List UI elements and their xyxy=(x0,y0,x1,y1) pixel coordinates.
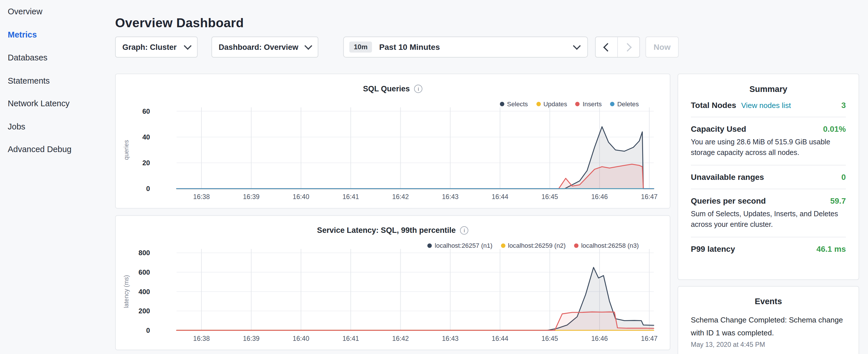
sidebar: Overview Metrics Databases Statements Ne… xyxy=(0,0,108,354)
svg-text:16:39: 16:39 xyxy=(243,193,260,200)
svg-text:16:46: 16:46 xyxy=(591,193,608,200)
sidebar-item-databases[interactable]: Databases xyxy=(0,46,108,69)
event-item: Schema Change Completed: Schema change w… xyxy=(691,314,846,349)
chevron-down-icon xyxy=(304,42,312,50)
chevron-down-icon xyxy=(573,42,581,50)
graph-scope-dropdown[interactable]: Graph: Cluster xyxy=(115,36,198,57)
service-latency-plot: 020040060080016:3816:3916:4016:4116:4216… xyxy=(116,216,670,349)
chevron-left-icon xyxy=(603,43,612,51)
chevron-right-icon xyxy=(623,43,632,51)
svg-text:16:41: 16:41 xyxy=(342,193,359,200)
summary-value: 3 xyxy=(841,101,846,110)
summary-description: You are using 28.6 MiB of 515.9 GiB usab… xyxy=(691,137,846,158)
svg-text:40: 40 xyxy=(143,133,150,141)
time-forward-button[interactable] xyxy=(618,37,639,57)
summary-row-queries-per-second: Queries per second 59.7 Sum of Selects, … xyxy=(691,189,846,237)
summary-label: Unavailable ranges xyxy=(691,173,764,182)
time-step-buttons xyxy=(595,36,640,57)
now-button[interactable]: Now xyxy=(645,36,679,57)
svg-text:16:42: 16:42 xyxy=(392,193,409,200)
summary-row-unavailable-ranges: Unavailable ranges 0 xyxy=(691,165,846,189)
svg-text:16:45: 16:45 xyxy=(541,193,558,200)
svg-text:16:39: 16:39 xyxy=(243,335,260,342)
svg-text:16:43: 16:43 xyxy=(442,193,459,200)
chevron-down-icon xyxy=(184,42,191,50)
summary-label: P99 latency xyxy=(691,245,735,254)
dashboard-dropdown[interactable]: Dashboard: Overview xyxy=(212,36,318,57)
svg-text:16:46: 16:46 xyxy=(591,335,608,342)
db-console-page: Overview Metrics Databases Statements Ne… xyxy=(0,0,868,354)
svg-text:16:47: 16:47 xyxy=(641,335,658,342)
summary-value: 0 xyxy=(841,173,846,182)
svg-text:800: 800 xyxy=(138,249,150,257)
summary-label: Total Nodes xyxy=(691,101,736,110)
summary-label: Capacity Used xyxy=(691,125,746,133)
svg-text:16:43: 16:43 xyxy=(442,335,459,342)
svg-text:600: 600 xyxy=(138,268,150,276)
summary-description: Sum of Selects, Updates, Inserts, and De… xyxy=(691,208,846,229)
summary-title: Summary xyxy=(691,74,846,94)
svg-text:400: 400 xyxy=(138,288,150,296)
svg-text:200: 200 xyxy=(138,307,150,315)
svg-text:16:38: 16:38 xyxy=(193,335,210,342)
event-timestamp: May 13, 2020 at 4:45 PM xyxy=(691,341,846,349)
svg-text:16:47: 16:47 xyxy=(641,193,658,200)
time-range-label: Past 10 Minutes xyxy=(379,43,440,52)
summary-value: 59.7 xyxy=(830,196,846,205)
events-title: Events xyxy=(691,287,846,306)
sidebar-item-statements[interactable]: Statements xyxy=(0,69,108,92)
svg-text:16:44: 16:44 xyxy=(492,193,508,200)
sidebar-item-network-latency[interactable]: Network Latency xyxy=(0,92,108,115)
sidebar-item-jobs[interactable]: Jobs xyxy=(0,115,108,138)
svg-text:16:40: 16:40 xyxy=(292,335,309,342)
svg-text:16:45: 16:45 xyxy=(541,335,558,342)
graph-scope-label: Graph: Cluster xyxy=(122,43,177,52)
summary-value: 0.01% xyxy=(823,125,846,133)
sidebar-item-overview[interactable]: Overview xyxy=(0,0,108,23)
time-back-button[interactable] xyxy=(596,37,618,57)
summary-row-capacity-used: Capacity Used 0.01% You are using 28.6 M… xyxy=(691,118,846,165)
sidebar-item-metrics[interactable]: Metrics xyxy=(0,23,108,46)
event-text: Schema Change Completed: Schema change w… xyxy=(691,314,846,339)
svg-text:queries: queries xyxy=(123,140,130,160)
time-range-badge: 10m xyxy=(349,41,372,53)
svg-text:60: 60 xyxy=(143,107,150,115)
summary-panel: Summary Total Nodes View nodes list 3 Ca… xyxy=(677,74,859,280)
svg-text:16:44: 16:44 xyxy=(492,335,508,342)
sidebar-item-advanced-debug[interactable]: Advanced Debug xyxy=(0,138,108,161)
svg-text:16:42: 16:42 xyxy=(392,335,409,342)
sql-queries-plot: 020406016:3816:3916:4016:4116:4216:4316:… xyxy=(116,74,670,208)
events-panel: Events Schema Change Completed: Schema c… xyxy=(677,286,859,354)
svg-text:0: 0 xyxy=(146,185,150,192)
summary-row-p99-latency: P99 latency 46.1 ms xyxy=(691,237,846,261)
svg-text:16:41: 16:41 xyxy=(342,335,359,342)
service-latency-chart-card: Service Latency: SQL, 99th percentile i … xyxy=(115,215,671,350)
time-range-selector[interactable]: 10m Past 10 Minutes xyxy=(343,36,588,57)
svg-text:latency (ms): latency (ms) xyxy=(123,275,130,308)
svg-text:16:38: 16:38 xyxy=(193,193,210,200)
summary-value: 46.1 ms xyxy=(816,245,846,254)
svg-text:20: 20 xyxy=(143,159,150,167)
svg-text:0: 0 xyxy=(146,326,150,334)
view-nodes-list-link[interactable]: View nodes list xyxy=(741,101,790,110)
page-title: Overview Dashboard xyxy=(115,16,244,31)
svg-text:16:40: 16:40 xyxy=(292,193,309,200)
summary-label: Queries per second xyxy=(691,196,766,205)
sql-queries-chart-card: SQL Queries i Selects Updates Inserts De… xyxy=(115,74,671,208)
dashboard-label: Dashboard: Overview xyxy=(219,43,298,52)
summary-row-total-nodes: Total Nodes View nodes list 3 xyxy=(691,93,846,117)
